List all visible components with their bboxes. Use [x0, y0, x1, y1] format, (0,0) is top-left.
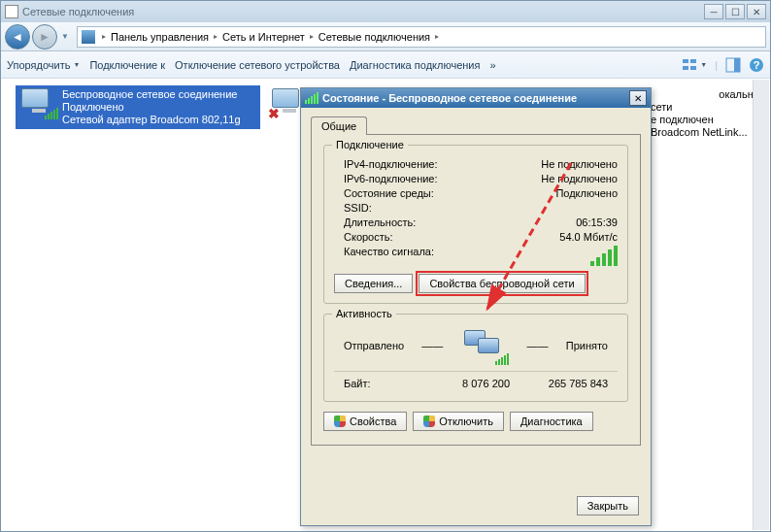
titlebar: Сетевые подключения ─ ☐ ✕ — [1, 1, 770, 22]
dialog-close-button[interactable]: ✕ — [629, 90, 647, 106]
shield-icon — [423, 416, 435, 427]
connection-name: Беспроводное сетевое соединение — [62, 88, 241, 101]
chevron-right-icon[interactable]: ▸ — [100, 32, 108, 41]
disable-device-button[interactable]: Отключение сетевого устройства — [175, 59, 340, 71]
breadcrumb-item[interactable]: Панель управления — [111, 31, 209, 43]
sent-label: Отправлено — [344, 340, 404, 351]
activity-computers-icon — [460, 328, 509, 363]
duration-value: 06:15:39 — [576, 216, 618, 228]
disconnected-x-icon: ✖ — [268, 106, 280, 121]
window-icon — [5, 5, 18, 18]
ssid-label: SSID: — [344, 202, 372, 214]
maximize-button[interactable]: ☐ — [725, 4, 745, 19]
bytes-sent-value: 8 076 200 — [412, 378, 510, 389]
connection-adapter: Broadcom NetLink... — [651, 126, 765, 139]
ipv4-label: IPv4-подключение: — [344, 158, 438, 170]
toolbar-overflow[interactable]: » — [489, 59, 495, 71]
connection-adapter: Сетевой адаптер Broadcom 802,11g — [62, 114, 241, 126]
ipv6-label: IPv6-подключение: — [344, 173, 438, 184]
divider — [334, 371, 618, 372]
close-dialog-button[interactable]: Закрыть — [577, 496, 639, 515]
signal-label: Качество сигнала: — [344, 246, 434, 266]
nav-history-dropdown[interactable]: ▼ — [59, 24, 71, 50]
view-options-button[interactable]: ▼ — [682, 57, 707, 73]
preview-pane-icon[interactable] — [725, 57, 741, 73]
wireless-connection-icon — [21, 88, 56, 119]
ipv6-value: Не подключено — [541, 173, 618, 184]
svg-rect-0 — [683, 59, 688, 63]
bytes-label: Байт: — [344, 378, 412, 389]
status-dialog: Состояние - Беспроводное сетевое соедине… — [300, 87, 652, 526]
speed-value: 54.0 Мбит/с — [559, 231, 618, 243]
organize-menu[interactable]: Упорядочить▼ — [7, 59, 80, 71]
dialog-title: Состояние - Беспроводное сетевое соедине… — [322, 92, 577, 104]
signal-bars-icon — [590, 246, 618, 266]
dialog-titlebar: Состояние - Беспроводное сетевое соедине… — [301, 88, 651, 108]
recv-label: Принято — [566, 340, 608, 351]
vertical-scrollbar[interactable] — [753, 80, 769, 530]
group-title: Активность — [332, 308, 396, 319]
ipv4-value: Не подключено — [541, 158, 618, 170]
media-value: Подключено — [555, 187, 618, 199]
connection-status: е подключен — [651, 114, 765, 126]
bytes-recv-value: 265 785 843 — [510, 378, 608, 389]
window-title: Сетевые подключения — [22, 6, 134, 17]
connection-item-wireless[interactable]: Беспроводное сетевое соединение Подключе… — [16, 85, 260, 129]
svg-rect-2 — [683, 66, 688, 70]
back-button[interactable]: ◄ — [5, 24, 30, 50]
close-button[interactable]: ✕ — [747, 4, 766, 19]
minimize-button[interactable]: ─ — [704, 4, 723, 19]
address-bar[interactable]: ▸ Панель управления ▸ Сеть и Интернет ▸ … — [77, 26, 766, 48]
forward-button[interactable]: ► — [32, 24, 57, 50]
speed-label: Скорость: — [344, 231, 393, 243]
svg-text:?: ? — [754, 59, 760, 71]
duration-label: Длительность: — [344, 216, 416, 228]
disable-button[interactable]: Отключить — [413, 412, 504, 431]
divider: | — [715, 59, 718, 71]
connect-to-button[interactable]: Подключение к — [89, 59, 165, 71]
signal-icon — [305, 92, 318, 104]
breadcrumb-item[interactable]: Сеть и Интернет — [222, 31, 305, 43]
tab-panel: Подключение IPv4-подключение:Не подключе… — [311, 134, 641, 446]
connection-group: Подключение IPv4-подключение:Не подключе… — [323, 145, 628, 304]
tab-general[interactable]: Общие — [311, 116, 367, 135]
shield-icon — [334, 416, 346, 427]
chevron-right-icon[interactable]: ▸ — [212, 32, 219, 41]
chevron-right-icon[interactable]: ▸ — [308, 32, 316, 41]
navbar: ◄ ► ▼ ▸ Панель управления ▸ Сеть и Интер… — [1, 22, 770, 51]
diagnose-button[interactable]: Диагностика — [510, 412, 593, 431]
connection-name: окальной сети — [651, 88, 765, 114]
dashes: —— — [421, 340, 443, 351]
media-label: Состояние среды: — [344, 187, 434, 199]
connection-status: Подключено — [62, 101, 241, 114]
breadcrumb-item[interactable]: Сетевые подключения — [318, 31, 430, 43]
svg-rect-3 — [690, 66, 696, 70]
properties-button[interactable]: Свойства — [323, 412, 407, 431]
location-icon — [82, 30, 95, 44]
diagnose-button[interactable]: Диагностика подключения — [350, 59, 480, 71]
svg-rect-1 — [690, 59, 696, 63]
svg-rect-5 — [734, 58, 740, 72]
chevron-right-icon[interactable]: ▸ — [433, 32, 441, 41]
group-title: Подключение — [332, 139, 408, 150]
dashes: —— — [527, 340, 549, 351]
toolbar: Упорядочить▼ Подключение к Отключение се… — [1, 51, 770, 79]
activity-group: Активность Отправлено —— —— Принято Байт… — [323, 314, 628, 402]
wifi-properties-button[interactable]: Свойства беспроводной сети — [419, 274, 585, 293]
details-button[interactable]: Сведения... — [334, 274, 413, 293]
help-icon[interactable]: ? — [749, 57, 764, 73]
